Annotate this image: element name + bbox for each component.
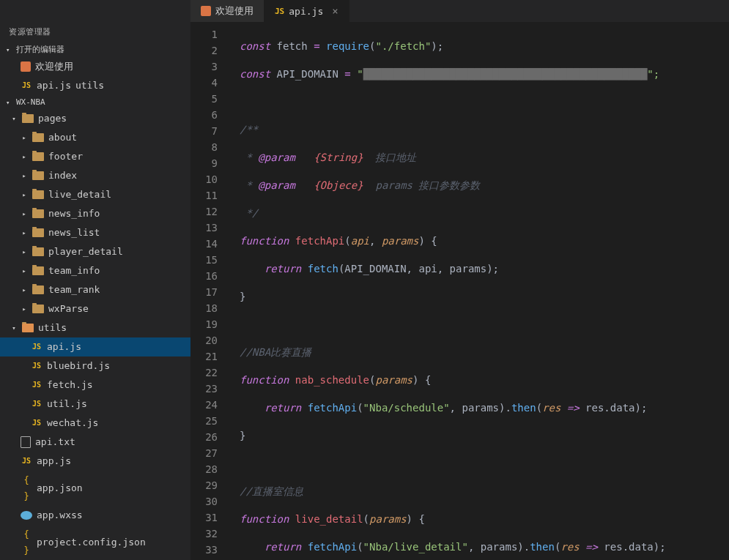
file-bluebird-js[interactable]: JSbluebird.js: [0, 356, 190, 376]
tab-apijs[interactable]: JS api.js ×: [264, 0, 349, 22]
item-label: api.js: [47, 339, 81, 355]
item-label: 欢迎使用: [35, 59, 73, 75]
tab-welcome[interactable]: 欢迎使用: [190, 0, 264, 22]
tab-label: 欢迎使用: [215, 4, 254, 18]
item-label: team_info: [48, 263, 100, 279]
folder-icon: [32, 228, 44, 237]
item-label: team_rank: [48, 282, 100, 298]
titlebar: 欢迎使用 JS api.js ×: [0, 0, 729, 22]
item-label: project.config.json: [37, 534, 146, 550]
js-icon: JS: [21, 78, 32, 94]
js-icon: JS: [31, 396, 42, 412]
item-label: fetch.js: [47, 377, 93, 393]
js-icon: JS: [31, 415, 42, 431]
file-app-js[interactable]: JSapp.js: [0, 452, 190, 471]
file-project-config[interactable]: { }project.config.json: [0, 525, 190, 560]
chevron-down-icon: ▾: [6, 99, 13, 106]
file-wechat-js[interactable]: JSwechat.js: [0, 414, 190, 433]
item-label: wxParse: [48, 301, 89, 317]
chevron-down-icon: ▾: [6, 46, 13, 53]
folder-icon: [32, 305, 44, 313]
js-icon: JS: [21, 453, 32, 469]
folder-icon: [22, 324, 34, 332]
item-path: utils: [75, 78, 104, 94]
folder-icon: [32, 247, 44, 256]
file-api-txt[interactable]: api.txt: [0, 433, 190, 452]
welcome-icon: [21, 61, 31, 72]
folder-player-detail[interactable]: ▸player_detail: [0, 242, 190, 261]
folder-icon: [32, 190, 44, 199]
file-app-wxss[interactable]: app.wxss: [0, 506, 190, 525]
folder-news-info[interactable]: ▸news_info: [0, 204, 190, 223]
item-label: index: [48, 168, 77, 184]
folder-footer[interactable]: ▸footer: [0, 147, 190, 166]
editor[interactable]: 1234567891011121314151617181920212223242…: [190, 22, 729, 560]
js-icon: JS: [31, 358, 42, 374]
item-label: app.js: [37, 453, 71, 469]
wxss-icon: [21, 511, 32, 520]
tab-group: 欢迎使用 JS api.js ×: [190, 0, 349, 22]
open-editor-welcome[interactable]: 欢迎使用: [0, 57, 190, 76]
txt-icon: [21, 436, 31, 448]
line-gutter: 1234567891011121314151617181920212223242…: [190, 22, 231, 560]
item-label: api.js: [37, 78, 71, 94]
folder-team-rank[interactable]: ▸team_rank: [0, 280, 190, 299]
item-label: footer: [48, 149, 83, 165]
section-label: 打开的编辑器: [16, 44, 64, 55]
item-label: pages: [38, 111, 67, 127]
open-editors-header[interactable]: ▾ 打开的编辑器: [0, 42, 190, 57]
chevron-right-icon: ▸: [21, 301, 28, 317]
tab-label: api.js: [289, 6, 323, 17]
chevron-right-icon: ▸: [21, 225, 28, 241]
file-api-js[interactable]: JSapi.js: [0, 337, 190, 356]
folder-wxparse[interactable]: ▸wxParse: [0, 299, 190, 318]
folder-news-list[interactable]: ▸news_list: [0, 223, 190, 242]
welcome-icon: [201, 6, 211, 16]
item-label: news_list: [48, 225, 100, 241]
close-icon[interactable]: ×: [332, 5, 338, 17]
file-util-js[interactable]: JSutil.js: [0, 395, 190, 414]
open-editor-apijs[interactable]: JS api.js utils: [0, 76, 190, 95]
main: 资源管理器 ▾ 打开的编辑器 欢迎使用 JS api.js utils ▾ WX…: [0, 22, 729, 560]
folder-icon: [32, 152, 44, 161]
item-label: app.wxss: [37, 507, 83, 523]
json-icon: { }: [21, 526, 32, 559]
sidebar: 资源管理器 ▾ 打开的编辑器 欢迎使用 JS api.js utils ▾ WX…: [0, 22, 190, 560]
folder-pages[interactable]: ▾ pages: [0, 109, 190, 128]
folder-live-detail[interactable]: ▸live_detail: [0, 185, 190, 204]
file-fetch-js[interactable]: JSfetch.js: [0, 376, 190, 395]
project-header[interactable]: ▾ WX-NBA: [0, 95, 190, 109]
chevron-right-icon: ▸: [21, 244, 28, 260]
js-icon: JS: [31, 377, 42, 393]
folder-about[interactable]: ▸about: [0, 128, 190, 147]
explorer-title: 资源管理器: [0, 22, 190, 42]
json-icon: { }: [21, 472, 32, 504]
section-label: WX-NBA: [16, 97, 45, 107]
folder-icon: [32, 266, 44, 275]
folder-index[interactable]: ▸index: [0, 166, 190, 185]
chevron-right-icon: ▸: [21, 282, 28, 298]
chevron-right-icon: ▸: [21, 206, 28, 222]
js-icon: JS: [31, 339, 42, 355]
item-label: player_detail: [48, 244, 123, 260]
chevron-down-icon: ▾: [10, 320, 18, 336]
chevron-right-icon: ▸: [21, 149, 28, 165]
js-icon: JS: [275, 7, 284, 16]
folder-utils[interactable]: ▾ utils: [0, 318, 190, 337]
folder-team-info[interactable]: ▸team_info: [0, 261, 190, 280]
item-label: utils: [38, 320, 67, 336]
item-label: news_info: [48, 206, 100, 222]
folder-icon: [32, 171, 44, 180]
folder-icon: [32, 285, 44, 294]
item-label: live_detail: [48, 187, 111, 203]
item-label: wechat.js: [47, 415, 98, 431]
item-label: about: [48, 130, 77, 146]
file-app-json[interactable]: { }app.json: [0, 471, 190, 506]
folder-icon: [32, 133, 44, 142]
item-label: api.txt: [35, 434, 75, 450]
code-area[interactable]: const fetch = require("./fetch"); const …: [231, 22, 729, 560]
chevron-right-icon: ▸: [21, 168, 28, 184]
chevron-right-icon: ▸: [21, 130, 28, 146]
folder-icon: [22, 114, 34, 123]
item-label: bluebird.js: [47, 358, 110, 374]
